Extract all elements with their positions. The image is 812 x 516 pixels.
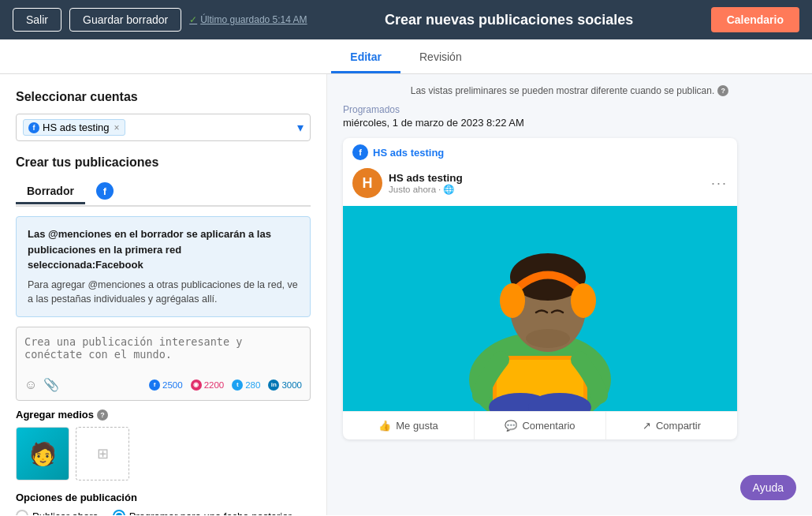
svg-point-10: [526, 329, 570, 348]
megusta-icon: 👍: [378, 420, 391, 432]
create-posts-title: Crear tus publicaciones: [16, 155, 311, 170]
pub-options-title: Opciones de publicación: [16, 492, 311, 503]
emoji-icon[interactable]: ☺: [24, 378, 37, 392]
ig-count-icon: ◉: [191, 380, 202, 391]
radio-now-label: Publicar ahora: [32, 510, 99, 516]
attach-icon[interactable]: 📎: [43, 377, 59, 392]
preview-page-name: HS ads testing: [389, 172, 463, 184]
tab-revision[interactable]: Revisión: [400, 43, 481, 73]
saved-info[interactable]: ✓ Último guardado 5:14 AM: [189, 14, 307, 25]
media-title: Agregar medios ?: [16, 409, 311, 421]
tab-editar[interactable]: Editar: [331, 43, 400, 73]
char-count-fb: f 2500: [149, 380, 183, 391]
megusta-label: Me gusta: [396, 420, 438, 432]
info-box-title: Las @menciones en el borrador se aplicar…: [28, 228, 271, 271]
ig-count-value: 2200: [204, 380, 225, 390]
close-account-icon[interactable]: ×: [114, 122, 120, 133]
li-count-value: 3000: [281, 380, 302, 390]
preview-name-block: HS ads testing Justo ahora · 🌐: [389, 172, 463, 195]
draft-tab[interactable]: Borrador: [16, 180, 85, 204]
left-panel: Seleccionar cuentas f HS ads testing × ▾…: [0, 74, 327, 515]
media-thumb-1[interactable]: 🧑: [16, 427, 69, 480]
help-button[interactable]: Ayuda: [740, 475, 796, 500]
top-nav: Salir Guardar borrador ✓ Último guardado…: [0, 0, 812, 39]
account-selector[interactable]: f HS ads testing × ▾: [16, 114, 311, 141]
dropdown-arrow-icon[interactable]: ▾: [297, 120, 304, 135]
account-tag: f HS ads testing ×: [23, 119, 125, 136]
tw-count-value: 280: [245, 380, 260, 390]
preview-card: f HS ads testing H HS ads testing Justo …: [343, 138, 737, 439]
char-count-tw: t 280: [232, 380, 260, 391]
li-count-icon: in: [268, 380, 279, 391]
info-box: Las @menciones en el borrador se aplicar…: [16, 216, 311, 317]
preview-header-name: f HS ads testing: [343, 138, 737, 160]
radio-schedule-label: Programar para una fecha posterior: [129, 510, 292, 516]
account-tag-label: HS ads testing: [43, 122, 110, 133]
media-info-icon: ?: [97, 409, 108, 421]
comentario-label: Comentario: [522, 420, 575, 432]
char-count-ig: ◉ 2200: [191, 380, 225, 391]
svg-point-5: [571, 283, 596, 318]
draft-tabs: Borrador f: [16, 178, 311, 207]
radio-now-option[interactable]: Publicar ahora: [16, 510, 99, 515]
preview-info-text: Las vistas preliminares se pueden mostra…: [411, 85, 715, 96]
preview-actions: 👍 Me gusta 💬 Comentario ↗ Compartir: [343, 411, 737, 439]
pub-options: Opciones de publicación Publicar ahora P…: [16, 492, 311, 515]
saved-text: Último guardado 5:14 AM: [200, 14, 307, 25]
main-tabs: Editar Revisión: [0, 39, 812, 74]
fb-icon: f: [28, 122, 39, 133]
action-comentario[interactable]: 💬 Comentario: [475, 412, 606, 439]
post-textarea-wrap[interactable]: ☺ 📎 f 2500 ◉ 2200 t 280: [16, 327, 311, 401]
right-panel: Las vistas preliminares se pueden mostra…: [327, 74, 812, 515]
preview-time: Justo ahora: [389, 185, 436, 194]
char-count-li: in 3000: [268, 380, 302, 391]
preview-card-top: H HS ads testing Justo ahora · 🌐 ···: [343, 160, 737, 206]
programados-date: miércoles, 1 de marzo de 2023 8:22 AM: [343, 117, 796, 129]
radio-schedule-option[interactable]: Programar para una fecha posterior: [113, 510, 292, 515]
media-title-text: Agregar medios: [16, 409, 94, 421]
programados-label: Programados: [343, 104, 796, 115]
comentario-icon: 💬: [505, 420, 517, 432]
preview-fb-icon: f: [352, 144, 368, 160]
radio-now-circle[interactable]: [16, 510, 28, 515]
preview-account-name: HS ads testing: [373, 147, 444, 159]
preview-more-icon[interactable]: ···: [711, 175, 728, 192]
svg-point-4: [500, 283, 525, 318]
info-box-body: Para agregar @menciones a otras publicac…: [28, 278, 299, 308]
action-megusta[interactable]: 👍 Me gusta: [343, 412, 475, 439]
post-textarea[interactable]: [24, 335, 302, 370]
tw-count-icon: t: [232, 380, 243, 391]
fb-tab-icon[interactable]: f: [96, 182, 114, 200]
guardar-button[interactable]: Guardar borrador: [69, 8, 181, 32]
media-add-icon: ⊞: [97, 445, 109, 462]
compartir-icon: ↗: [643, 420, 651, 432]
main-layout: Seleccionar cuentas f HS ads testing × ▾…: [0, 74, 812, 515]
salir-button[interactable]: Salir: [13, 8, 61, 32]
compartir-label: Compartir: [656, 420, 701, 432]
check-icon: ✓: [189, 14, 197, 25]
select-accounts-title: Seleccionar cuentas: [16, 90, 311, 104]
globe-icon: 🌐: [443, 184, 454, 195]
char-counts: f 2500 ◉ 2200 t 280 in 3000: [149, 380, 302, 391]
page-title: Crear nuevas publicaciones sociales: [315, 12, 703, 28]
preview-info-bar: Las vistas preliminares se pueden mostra…: [343, 85, 796, 96]
preview-image-svg: [343, 206, 737, 411]
preview-sub: Justo ahora · 🌐: [389, 184, 463, 195]
textarea-icons: ☺ 📎 f 2500 ◉ 2200 t 280: [24, 377, 302, 392]
dot-separator: ·: [438, 185, 441, 194]
fb-tab[interactable]: f: [85, 178, 125, 207]
radio-row: Publicar ahora Programar para una fecha …: [16, 510, 311, 515]
calendario-button[interactable]: Calendario: [711, 7, 799, 32]
media-thumb-placeholder[interactable]: ⊞: [76, 427, 129, 480]
preview-image: [343, 206, 737, 411]
media-thumbs: 🧑 ⊞: [16, 427, 311, 480]
fb-count-icon: f: [149, 380, 160, 391]
preview-avatar: H: [352, 168, 382, 198]
radio-schedule-circle[interactable]: [113, 510, 125, 515]
action-compartir[interactable]: ↗ Compartir: [606, 412, 737, 439]
preview-info-icon: ?: [717, 85, 728, 96]
fb-count-value: 2500: [162, 380, 183, 390]
